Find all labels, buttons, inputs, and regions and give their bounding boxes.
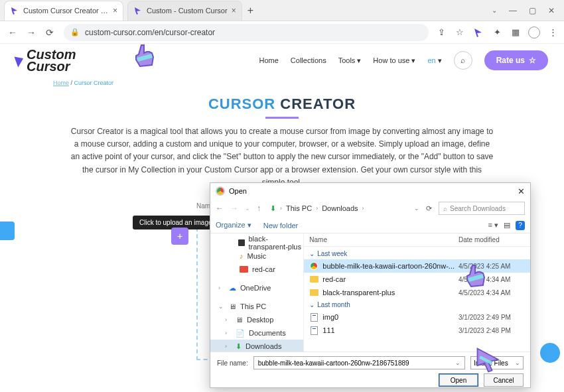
nav-collections[interactable]: Collections [291, 56, 326, 64]
tree-item[interactable]: black-transparent-plus [210, 236, 303, 249]
pointer-cursor-icon [460, 260, 492, 292]
view-details-icon[interactable]: ▤ [504, 221, 510, 229]
extensions-icon[interactable]: ✦ [491, 27, 503, 38]
chevron-down-icon[interactable]: ⌄ [245, 205, 250, 212]
svg-marker-1 [135, 7, 141, 15]
maximize-icon[interactable]: ▢ [529, 6, 536, 15]
list-row[interactable]: bubble-milk-tea-kawaii-cartoon-260nw-...… [304, 259, 530, 273]
nav-home[interactable]: Home [259, 56, 279, 64]
search-input[interactable]: ⌕Search Downloads [439, 202, 525, 215]
nav-howto[interactable]: How to use▾ [373, 56, 415, 65]
cancel-button[interactable]: Cancel [484, 373, 524, 387]
reload-button[interactable]: ⟳ [42, 25, 57, 40]
browser-titlebar: Custom Cursor Creator - Custom... × Cust… [0, 0, 564, 21]
share-icon[interactable]: ⇪ [435, 27, 447, 38]
filename-label: File name: [217, 359, 248, 367]
close-icon[interactable]: ✕ [518, 186, 525, 196]
apps-icon[interactable]: ▦ [510, 27, 522, 38]
view-list-icon[interactable]: ≡ ▾ [488, 221, 498, 229]
svg-marker-2 [474, 29, 482, 37]
up-button[interactable]: ↑ [257, 204, 261, 213]
list-header: Name Date modified [304, 233, 530, 247]
feedback-tab[interactable] [0, 222, 15, 240]
cursor-ext-icon[interactable] [472, 27, 484, 38]
group-lastmonth[interactable]: ⌄Last month [304, 299, 530, 310]
filename-input[interactable]: bubble-milk-tea-kawaii-cartoon-260nw-218… [253, 356, 465, 369]
main-nav: Home Collections Tools▾ How to use▾ en▾ … [259, 50, 548, 70]
breadcrumb-home[interactable]: Home [53, 80, 69, 86]
title-underline [265, 117, 299, 119]
help-icon[interactable]: ? [516, 221, 525, 230]
browser-toolbar: ← → ⟳ 🔒 custom-cursor.com/en/cursor-crea… [0, 21, 564, 44]
nav-lang[interactable]: en▾ [427, 56, 441, 65]
chrome-icon [216, 186, 225, 196]
avatar[interactable] [528, 27, 540, 38]
tree-item-onedrive[interactable]: ›☁OneDrive [210, 281, 303, 294]
list-row[interactable]: red-car4/5/2023 4:34 AM [304, 273, 530, 286]
minimize-icon[interactable]: — [509, 6, 517, 15]
lock-icon: 🔒 [70, 28, 80, 36]
list-row[interactable]: img03/1/2023 2:49 PM [304, 310, 530, 324]
col-date[interactable]: Date modified [458, 236, 525, 243]
address-bar[interactable]: 🔒 custom-cursor.com/en/cursor-creator [64, 24, 429, 41]
svg-marker-0 [11, 7, 17, 15]
close-window-icon[interactable]: ✕ [548, 6, 555, 15]
search-icon: ⌕ [460, 56, 465, 65]
new-tab-button[interactable]: + [247, 5, 253, 17]
forward-button[interactable]: → [24, 25, 38, 40]
search-button[interactable]: ⌕ [454, 51, 472, 70]
close-icon[interactable]: × [113, 6, 117, 15]
tree-item[interactable]: ›🖥Desktop [210, 313, 303, 326]
list-row[interactable]: black-transparent-plus4/5/2023 4:34 AM [304, 286, 530, 299]
pointer-cursor-icon [129, 40, 161, 72]
dialog-navbar: ← → ⌄ ↑ ⬇ › This PC › Downloads › ⌄ ⟳ ⌕S… [210, 199, 530, 218]
breadcrumb-current: Cursor Creator [74, 80, 114, 86]
dialog-titlebar: Open ✕ [210, 183, 530, 199]
folder-tree: black-transparent-plus ♪Music red-car ›☁… [210, 233, 304, 352]
tab-label: Custom - Custom Cursor [147, 7, 228, 15]
refresh-icon[interactable]: ⟳ [426, 204, 432, 213]
path-bar[interactable]: ⬇ › This PC › Downloads › [270, 204, 407, 213]
window-controls: ⌄ — ▢ ✕ [492, 6, 564, 15]
col-name[interactable]: Name [309, 236, 458, 243]
download-icon: ⬇ [270, 204, 276, 213]
close-icon[interactable]: × [232, 6, 236, 15]
chevron-down-icon: ▾ [438, 56, 442, 65]
tree-item[interactable]: ›📄Documents [210, 326, 303, 340]
search-icon: ⌕ [443, 205, 447, 212]
chevron-down-icon: ▾ [411, 56, 415, 65]
organize-menu[interactable]: Organize ▾ [216, 221, 251, 229]
list-row[interactable]: 1113/1/2023 2:48 PM [304, 324, 530, 337]
download-fab[interactable] [540, 343, 560, 363]
rate-us-button[interactable]: Rate us☆ [484, 50, 548, 70]
new-folder-button[interactable]: New folder [263, 222, 299, 229]
chevron-down-icon: ▾ [357, 56, 361, 65]
upload-button[interactable]: + [171, 228, 188, 245]
back-button[interactable]: ← [5, 25, 20, 40]
open-button[interactable]: Open [439, 373, 478, 387]
arrow-icon [14, 54, 25, 67]
forward-button[interactable]: → [230, 204, 238, 213]
chevron-down-icon[interactable]: ⌄ [492, 7, 497, 14]
tree-item-thispc[interactable]: ⌄🖥This PC [210, 300, 303, 313]
favicon-icon [10, 6, 19, 15]
group-lastweek[interactable]: ⌄Last week [304, 248, 530, 259]
menu-icon[interactable]: ⋮ [547, 27, 559, 38]
pointer-cursor-icon [474, 345, 503, 374]
tab-inactive[interactable]: Custom - Custom Cursor × [127, 1, 242, 21]
logo[interactable]: Custom Cursor [16, 48, 76, 72]
dialog-title: Open [229, 187, 247, 195]
chevron-down-icon[interactable]: ⌄ [414, 205, 419, 212]
tab-active[interactable]: Custom Cursor Creator - Custom... × [4, 1, 123, 21]
breadcrumb: Home / Cursor Creator [0, 77, 564, 89]
bookmark-icon[interactable]: ☆ [454, 27, 466, 38]
chrome-icon [310, 262, 318, 270]
back-button[interactable]: ← [216, 204, 224, 213]
nav-tools[interactable]: Tools▾ [338, 56, 362, 65]
tab-label: Custom Cursor Creator - Custom... [23, 7, 109, 15]
tree-item-downloads[interactable]: ›⬇Downloads [210, 340, 303, 352]
page-description: Cursor Creator is a magical tool that al… [70, 125, 494, 189]
tree-item[interactable]: ♪Music [210, 249, 303, 263]
dialog-toolbar: Organize ▾ New folder ≡ ▾ ▤ ? [210, 218, 530, 233]
tree-item[interactable]: red-car [210, 263, 303, 276]
